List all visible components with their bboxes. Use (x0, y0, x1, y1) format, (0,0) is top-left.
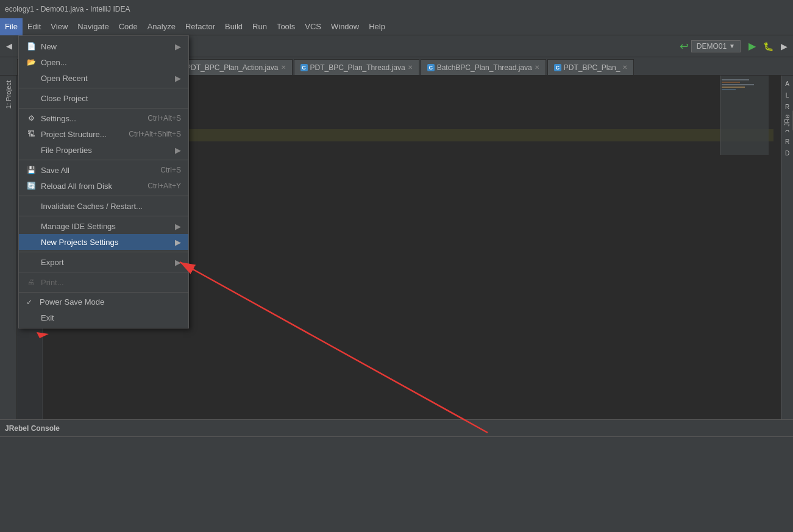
separator-2 (19, 108, 188, 108)
menu-tools[interactable]: Tools (272, 18, 300, 35)
menu-analyze[interactable]: Analyze (143, 18, 180, 35)
menu-help[interactable]: Help (364, 18, 390, 35)
open-icon: 📂 (26, 57, 36, 67)
right-label-d: D (785, 150, 789, 157)
menu-item-power-save-label: Power Save Mode (40, 297, 104, 307)
menu-item-save-all-label: Save All (41, 166, 69, 175)
manage-ide-arrow-icon: ▶ (175, 222, 181, 231)
tab-close-pdt1[interactable]: ✕ (281, 64, 286, 71)
separator-6 (19, 252, 188, 252)
menu-item-exit-label: Exit (41, 313, 54, 322)
open-recent-arrow-icon: ▶ (175, 74, 181, 83)
menu-item-print: 🖨 Print... (19, 274, 188, 290)
run-btn[interactable]: ▶ (745, 40, 759, 53)
menu-item-open[interactable]: 📂 Open... (19, 54, 188, 70)
tab-label-pdt3: PDT_BPC_Plan_ (564, 63, 621, 72)
tab-label-pdt2: PDT_BPC_Plan_Thread.java (310, 63, 405, 72)
tab-pdt-bpc-thread[interactable]: C PDT_BPC_Plan_Thread.java ✕ (294, 59, 419, 75)
separator-4 (19, 196, 188, 196)
menu-code[interactable]: Code (114, 18, 143, 35)
menu-item-manage-ide[interactable]: Manage IDE Settings ▶ (19, 218, 188, 234)
menu-item-file-properties[interactable]: File Properties ▶ (19, 142, 188, 158)
bottom-panel-title: JRebel Console (5, 424, 60, 433)
menu-window[interactable]: Window (326, 18, 364, 35)
minimap (720, 76, 769, 155)
bottom-panel: JRebel Console (0, 419, 793, 532)
print-icon: 🖨 (26, 277, 36, 287)
tab-icon-pdt3: C (554, 64, 561, 71)
tab-icon-pdt2: C (300, 64, 308, 71)
menu-item-new-projects-settings[interactable]: New Projects Settings ▶ (19, 234, 188, 250)
menu-item-open-recent[interactable]: Open Recent ▶ (19, 70, 188, 86)
back-btn[interactable]: ◀ (2, 40, 16, 53)
toolbar-right: ↩ DEMO01 ▼ ▶ 🐛 ▶ (680, 40, 791, 53)
menu-view[interactable]: View (46, 18, 73, 35)
run-config-dropdown-icon: ▼ (729, 43, 735, 49)
tab-close-batch[interactable]: ✕ (535, 64, 539, 71)
run-config-selector[interactable]: DEMO01 ▼ (691, 40, 741, 52)
menu-run[interactable]: Run (247, 18, 272, 35)
file-properties-icon (26, 145, 36, 155)
menu-item-export[interactable]: Export ▶ (19, 254, 188, 270)
menu-item-open-label: Open... (41, 58, 67, 67)
right-label-l: L (786, 92, 789, 99)
menu-item-save-all[interactable]: 💾 Save All Ctrl+S (19, 162, 188, 178)
tab-label-pdt1: PDT_BPC_Plan_Action.java (186, 63, 278, 72)
close-project-icon (26, 93, 36, 103)
menu-build[interactable]: Build (220, 18, 247, 35)
new-projects-settings-icon (26, 237, 36, 247)
separator-1 (19, 88, 188, 88)
menu-item-power-save[interactable]: ✓ Power Save Mode (19, 294, 188, 310)
jrebel-label[interactable]: JRe (781, 111, 793, 130)
menu-item-new-label: New (41, 42, 57, 51)
open-recent-icon (26, 73, 36, 83)
right-label-r2: R (785, 138, 789, 145)
menu-vcs[interactable]: VCS (300, 18, 326, 35)
menu-bar: File Edit View Navigate Code Analyze Ref… (0, 18, 793, 35)
tab-close-pdt2[interactable]: ✕ (408, 64, 413, 71)
menu-item-settings[interactable]: ⚙ Settings... Ctrl+Alt+S (19, 110, 188, 126)
menu-item-close-project[interactable]: Close Project (19, 90, 188, 106)
menu-file[interactable]: File (0, 18, 23, 35)
invalidate-icon (26, 201, 36, 211)
file-properties-arrow-icon: ▶ (175, 146, 181, 155)
exit-icon (26, 313, 36, 322)
separator-7 (19, 272, 188, 272)
menu-item-print-label: Print... (41, 278, 64, 287)
menu-item-file-properties-label: File Properties (41, 146, 92, 155)
app-title: ecology1 - Demo01.java - IntelliJ IDEA (5, 5, 130, 13)
menu-refactor[interactable]: Refactor (180, 18, 220, 35)
menu-item-reload[interactable]: 🔄 Reload All from Disk Ctrl+Alt+Y (19, 178, 188, 194)
separator-5 (19, 216, 188, 216)
tab-batch-bpc[interactable]: C BatchBPC_Plan_Thread.java ✕ (421, 59, 546, 75)
tab-close-pdt3[interactable]: ✕ (622, 64, 627, 71)
menu-edit[interactable]: Edit (23, 18, 46, 35)
export-icon (26, 257, 36, 267)
debug-btn[interactable]: 🐛 (761, 40, 775, 53)
menu-item-exit[interactable]: Exit (19, 310, 188, 325)
tab-pdt-bpc-plan[interactable]: C PDT_BPC_Plan_ ✕ (547, 59, 635, 75)
navigate-back-icon[interactable]: ↩ (680, 40, 689, 53)
power-save-checkmark: ✓ (26, 298, 35, 307)
menu-item-new[interactable]: 📄 New ▶ (19, 38, 188, 54)
new-arrow-icon: ▶ (175, 42, 181, 51)
menu-navigate[interactable]: Navigate (73, 18, 113, 35)
file-menu-dropdown: 📄 New ▶ 📂 Open... Open Recent ▶ Close Pr… (18, 35, 189, 328)
menu-item-invalidate[interactable]: Invalidate Caches / Restart... (19, 198, 188, 214)
menu-item-settings-label: Settings... (41, 114, 76, 123)
run-config-label: DEMO01 (697, 42, 727, 51)
settings-icon: ⚙ (26, 113, 36, 123)
menu-item-project-structure[interactable]: 🏗 Project Structure... Ctrl+Alt+Shift+S (19, 126, 188, 142)
menu-item-reload-label: Reload All from Disk (41, 182, 112, 191)
menu-item-manage-ide-label: Manage IDE Settings (41, 222, 116, 231)
title-bar: ecology1 - Demo01.java - IntelliJ IDEA (0, 0, 793, 18)
menu-item-project-structure-label: Project Structure... (41, 130, 107, 139)
sidebar-project[interactable]: 1: Project (4, 76, 13, 113)
new-projects-settings-arrow-icon: ▶ (175, 238, 181, 247)
project-structure-icon: 🏗 (26, 129, 36, 139)
run-with-coverage-btn[interactable]: ▶ (777, 40, 791, 53)
separator-3 (19, 160, 188, 160)
right-label-a1: A (785, 80, 789, 87)
manage-ide-icon (26, 221, 36, 231)
save-all-shortcut: Ctrl+S (160, 166, 181, 174)
